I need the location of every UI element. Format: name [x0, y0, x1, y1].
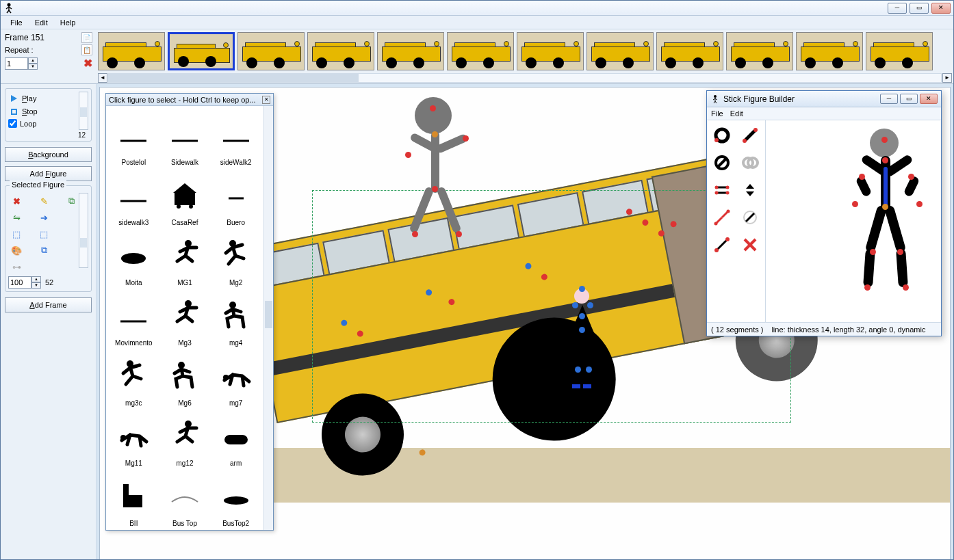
- playback-speed-thumb[interactable]: [80, 107, 87, 117]
- figure-grid[interactable]: PostelolSidewalksideWalk2sidewalk3CasaRe…: [106, 106, 263, 530]
- center-figure-icon[interactable]: ⧉: [64, 194, 80, 208]
- figure-cell[interactable]: CasaRef: [160, 169, 210, 228]
- loop-row[interactable]: Loop: [8, 119, 76, 128]
- builder-close-button[interactable]: ✕: [920, 94, 938, 104]
- stop-row[interactable]: Stop: [8, 106, 76, 117]
- figure-cell[interactable]: mg12: [160, 410, 210, 468]
- builder-minimize-button[interactable]: ─: [880, 94, 898, 104]
- figure-browser-scroll-thumb[interactable]: [265, 301, 272, 328]
- lower-figure-icon[interactable]: ⬚: [36, 227, 52, 241]
- builder-preview[interactable]: [766, 120, 941, 322]
- timeline-frame[interactable]: [656, 32, 723, 70]
- canvas[interactable]: BUS: [99, 87, 951, 560]
- builder-menu-file[interactable]: File: [711, 109, 723, 118]
- figure-cell[interactable]: mg4: [211, 289, 261, 348]
- figure-cell[interactable]: Bus Top: [160, 470, 210, 529]
- figure-browser-title[interactable]: Click figure to select - Hold Ctrl to ke…: [106, 94, 273, 106]
- edit-figure-icon[interactable]: ✎: [36, 194, 52, 208]
- timeline-scroll-thumb[interactable]: [109, 74, 359, 82]
- scale-spinner[interactable]: ▲▼: [8, 276, 41, 289]
- tool-line-single-icon[interactable]: [710, 232, 735, 257]
- add-figure-button[interactable]: Add Figure: [5, 166, 92, 181]
- figure-cell[interactable]: mg7: [211, 349, 261, 408]
- menu-help[interactable]: Help: [55, 17, 81, 28]
- tool-add-line-icon[interactable]: [738, 123, 763, 148]
- tool-delete-icon[interactable]: [738, 232, 763, 257]
- tool-toggle-kind-icon[interactable]: [710, 150, 735, 175]
- scale-input[interactable]: [8, 276, 31, 289]
- figure-cell[interactable]: MG1: [160, 229, 210, 288]
- menu-edit[interactable]: Edit: [29, 17, 53, 28]
- figure-cell[interactable]: Movimnento: [109, 289, 159, 348]
- join-figure-icon[interactable]: ⊶: [8, 260, 25, 274]
- playback-speed-slider[interactable]: 12: [79, 92, 88, 130]
- figure-cell[interactable]: mg3c: [109, 349, 159, 408]
- duplicate-figure-icon[interactable]: ⧉: [36, 243, 52, 257]
- figure-cell[interactable]: BusTop2: [211, 470, 261, 529]
- tool-segment-static-icon[interactable]: [710, 178, 735, 202]
- loop-checkbox[interactable]: [8, 119, 17, 128]
- delete-frame-icon[interactable]: ✖: [83, 57, 92, 70]
- color-figure-icon[interactable]: 🎨: [8, 243, 25, 257]
- figure-cell[interactable]: sideWalk2: [211, 109, 261, 168]
- builder-titlebar[interactable]: Stick Figure Builder ─ ▭ ✕: [707, 91, 941, 107]
- timeline-scrollbar[interactable]: ◄ ►: [98, 72, 952, 83]
- tool-split-icon[interactable]: [710, 205, 735, 230]
- tool-thickness-arrows-icon[interactable]: [738, 178, 763, 202]
- figure-cell[interactable]: Buero: [211, 169, 261, 228]
- figure-cell[interactable]: Moita: [109, 229, 159, 288]
- timeline-frame[interactable]: [377, 32, 444, 70]
- delete-figure-icon[interactable]: ✖: [8, 194, 25, 208]
- timeline-frame[interactable]: [726, 32, 793, 70]
- stick-figure-girl[interactable]: [565, 286, 600, 388]
- builder-menu-edit[interactable]: Edit: [730, 109, 743, 118]
- timeline-frame[interactable]: [307, 32, 374, 70]
- timeline-frame[interactable]: [237, 32, 305, 70]
- figure-cell[interactable]: Sidewalk: [160, 109, 210, 168]
- figure-cell[interactable]: Mg2: [211, 229, 261, 288]
- timeline-frame[interactable]: [517, 32, 584, 70]
- timeline-scroll-track[interactable]: [108, 73, 942, 83]
- timeline-frame[interactable]: [586, 32, 654, 70]
- copy-frame-icon[interactable]: 📄: [81, 32, 92, 43]
- menu-file[interactable]: File: [5, 17, 28, 28]
- move-figure-icon[interactable]: ➔: [36, 211, 52, 224]
- timeline[interactable]: [98, 32, 952, 70]
- add-frame-button[interactable]: Add Frame: [5, 297, 92, 312]
- figure-cell[interactable]: arm: [211, 410, 261, 468]
- close-button[interactable]: ✕: [931, 3, 951, 14]
- tool-default-length-icon[interactable]: [738, 205, 763, 230]
- figure-cell[interactable]: Mg6: [160, 349, 210, 408]
- background-button[interactable]: Background: [5, 147, 92, 162]
- scale-down[interactable]: ▼: [31, 282, 41, 289]
- minimize-button[interactable]: ─: [888, 3, 907, 14]
- figure-browser-close-icon[interactable]: ✕: [262, 96, 270, 104]
- timeline-frame[interactable]: [447, 32, 514, 70]
- raise-figure-icon[interactable]: ⬚: [8, 227, 25, 241]
- timeline-frame[interactable]: [866, 32, 933, 70]
- figure-cell[interactable]: BII: [109, 470, 159, 529]
- figure-browser-scrollbar[interactable]: [263, 106, 273, 530]
- timeline-scroll-right[interactable]: ►: [942, 73, 952, 83]
- flip-figure-icon[interactable]: ⇋: [8, 211, 25, 224]
- maximize-button[interactable]: ▭: [910, 3, 929, 14]
- stick-figure-builder[interactable]: Stick Figure Builder ─ ▭ ✕ File Edit: [706, 90, 942, 336]
- scale-up[interactable]: ▲: [31, 276, 41, 282]
- figure-cell[interactable]: sidewalk3: [109, 169, 159, 228]
- figure-scale-thumb[interactable]: [80, 238, 87, 248]
- timeline-frame[interactable]: [98, 32, 165, 70]
- tool-add-circle-icon[interactable]: [710, 123, 735, 148]
- repeat-input[interactable]: [5, 57, 28, 70]
- figure-scale-slider[interactable]: [79, 193, 88, 268]
- figure-browser[interactable]: Click figure to select - Hold Ctrl to ke…: [105, 93, 274, 531]
- play-row[interactable]: PPlaylay: [8, 93, 76, 104]
- paste-frame-icon[interactable]: 📋: [81, 44, 92, 55]
- repeat-up[interactable]: ▲: [28, 57, 38, 64]
- figure-cell[interactable]: Mg3: [160, 289, 210, 348]
- tool-duplicate-icon[interactable]: [738, 150, 763, 175]
- repeat-spinner[interactable]: ▲▼: [5, 57, 38, 70]
- timeline-scroll-left[interactable]: ◄: [98, 73, 107, 83]
- builder-maximize-button[interactable]: ▭: [900, 94, 918, 104]
- figure-cell[interactable]: Postelol: [109, 109, 159, 168]
- figure-cell[interactable]: Mg11: [109, 410, 159, 468]
